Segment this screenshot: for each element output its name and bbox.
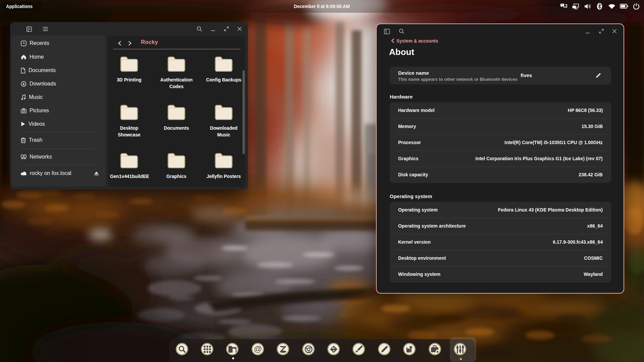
svg-text:@: @ xyxy=(254,345,262,353)
